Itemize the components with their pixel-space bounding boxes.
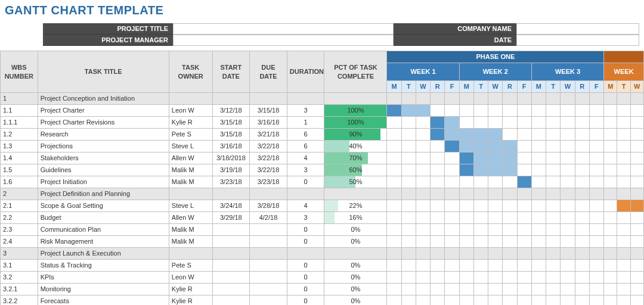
gantt-cell bbox=[416, 164, 430, 176]
gantt-cell bbox=[531, 129, 546, 141]
gantt-cell bbox=[531, 224, 546, 236]
gantt-cell bbox=[387, 260, 401, 272]
gantt-cell bbox=[401, 176, 416, 188]
table-row[interactable]: 2.4Risk ManagementMalik M00% bbox=[1, 236, 644, 248]
gantt-cell bbox=[546, 284, 561, 295]
table-row[interactable]: 3Project Launch & Execution bbox=[1, 248, 644, 260]
table-row[interactable]: 2.1Scope & Goal SettingSteve L3/24/183/2… bbox=[1, 200, 644, 212]
cell-pct: 100% bbox=[324, 105, 387, 117]
gantt-cell bbox=[531, 141, 546, 152]
cell-owner: Malik M bbox=[169, 164, 212, 176]
cell-wbs: 3.2 bbox=[1, 272, 38, 284]
gantt-cell bbox=[431, 117, 445, 129]
table-row[interactable]: 1.1Project CharterLeon W3/12/183/15/1831… bbox=[1, 105, 644, 117]
cell-start: 3/29/18 bbox=[212, 212, 250, 224]
gantt-cell bbox=[604, 284, 617, 295]
gantt-cell bbox=[473, 200, 488, 212]
table-row[interactable]: 3.2.1MonitoringKylie R00% bbox=[1, 284, 644, 295]
gantt-cell bbox=[401, 236, 416, 248]
gantt-cell bbox=[617, 200, 630, 212]
gantt-cell bbox=[575, 117, 589, 129]
cell-pct: 0% bbox=[324, 295, 387, 306]
gantt-cell bbox=[575, 224, 589, 236]
table-row[interactable]: 3.2KPIsLeon W00% bbox=[1, 272, 644, 284]
cell-duration: 0 bbox=[287, 224, 324, 236]
table-row[interactable]: 3.1Status & TrackingPete S00% bbox=[1, 260, 644, 272]
gantt-cell bbox=[401, 129, 416, 141]
gantt-cell bbox=[473, 212, 488, 224]
hdr-day: W bbox=[630, 81, 643, 93]
hdr-due: DUE DATE bbox=[250, 51, 287, 93]
table-row[interactable]: 2Project Definition and Planning bbox=[1, 188, 644, 200]
cell-due: 3/22/18 bbox=[250, 141, 287, 152]
table-row[interactable]: 1.1.1Project Charter RevisionsKylie R3/1… bbox=[1, 117, 644, 129]
gantt-cell bbox=[589, 272, 603, 284]
gantt-cell bbox=[604, 260, 617, 272]
gantt-cell bbox=[459, 295, 473, 306]
cell-owner: Pete S bbox=[169, 260, 212, 272]
cell-task: Guidelines bbox=[38, 164, 169, 176]
cell-owner: Malik M bbox=[169, 224, 212, 236]
project-title-input[interactable] bbox=[173, 23, 394, 35]
gantt-cell bbox=[473, 272, 488, 284]
gantt-cell bbox=[445, 164, 459, 176]
cell-wbs: 3 bbox=[1, 248, 38, 260]
gantt-cell bbox=[473, 176, 488, 188]
gantt-cell bbox=[630, 141, 643, 152]
gantt-cell bbox=[473, 152, 488, 164]
gantt-cell bbox=[503, 129, 517, 141]
gantt-cell bbox=[531, 272, 546, 284]
gantt-cell bbox=[546, 117, 561, 129]
company-name-input[interactable] bbox=[516, 23, 639, 35]
table-row[interactable]: 1.3ProjectionsSteve L3/16/183/22/18640% bbox=[1, 141, 644, 152]
gantt-cell bbox=[488, 284, 503, 295]
date-input[interactable] bbox=[516, 35, 639, 46]
gantt-cell bbox=[517, 284, 531, 295]
gantt-cell bbox=[517, 236, 531, 248]
table-row[interactable]: 1.4StakeholdersAllen W3/18/20183/22/1847… bbox=[1, 152, 644, 164]
gantt-cell bbox=[473, 224, 488, 236]
gantt-cell bbox=[589, 224, 603, 236]
cell-due: 4/2/18 bbox=[250, 212, 287, 224]
gantt-cell bbox=[604, 176, 617, 188]
table-row[interactable]: 1Project Conception and Initiation bbox=[1, 93, 644, 105]
gantt-cell bbox=[387, 295, 401, 306]
gantt-cell bbox=[589, 295, 603, 306]
hdr-day: R bbox=[575, 81, 589, 93]
gantt-cell bbox=[517, 212, 531, 224]
gantt-cell bbox=[517, 105, 531, 117]
table-row[interactable]: 1.6Project InitiationMalik M3/23/183/23/… bbox=[1, 176, 644, 188]
gantt-cell bbox=[589, 212, 603, 224]
gantt-cell bbox=[546, 141, 561, 152]
table-row[interactable]: 2.2BudgetAllen W3/29/184/2/18316% bbox=[1, 212, 644, 224]
hdr-day: R bbox=[431, 81, 445, 93]
table-row[interactable]: 3.2.2ForecastsKylie R00% bbox=[1, 295, 644, 306]
gantt-cell bbox=[387, 141, 401, 152]
cell-start: 3/16/18 bbox=[212, 141, 250, 152]
hdr-phase2 bbox=[604, 51, 644, 63]
cell-start: 3/18/2018 bbox=[212, 152, 250, 164]
date-label: DATE bbox=[394, 35, 516, 46]
gantt-cell bbox=[604, 141, 617, 152]
gantt-cell bbox=[517, 164, 531, 176]
cell-wbs: 1.5 bbox=[1, 164, 38, 176]
hdr-day: F bbox=[589, 81, 603, 93]
gantt-cell bbox=[503, 176, 517, 188]
cell-pct: 22% bbox=[324, 200, 387, 212]
cell-duration: 0 bbox=[287, 272, 324, 284]
gantt-cell bbox=[473, 284, 488, 295]
gantt-cell bbox=[459, 224, 473, 236]
cell-due bbox=[250, 224, 287, 236]
table-row[interactable]: 2.3Communication PlanMalik M00% bbox=[1, 224, 644, 236]
project-manager-input[interactable] bbox=[173, 35, 394, 46]
gantt-cell bbox=[517, 141, 531, 152]
table-row[interactable]: 1.5GuidelinesMalik M3/19/183/22/18360% bbox=[1, 164, 644, 176]
gantt-cell bbox=[617, 272, 630, 284]
cell-pct: 100% bbox=[324, 117, 387, 129]
gantt-cell bbox=[617, 129, 630, 141]
table-row[interactable]: 1.2ResearchPete S3/15/183/21/18690% bbox=[1, 129, 644, 141]
gantt-cell bbox=[546, 152, 561, 164]
gantt-cell bbox=[473, 141, 488, 152]
hdr-week4: WEEK bbox=[604, 63, 644, 81]
cell-duration: 6 bbox=[287, 141, 324, 152]
